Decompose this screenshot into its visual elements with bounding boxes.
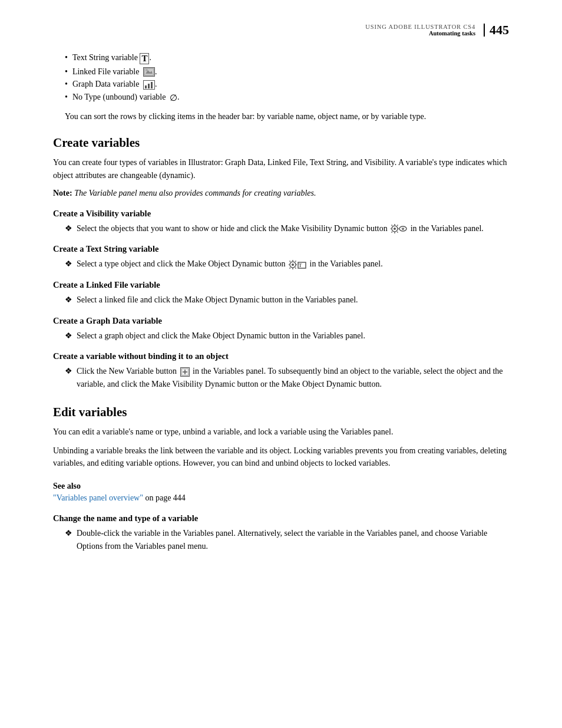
list-item: • Text String variable T. [65, 53, 509, 64]
svg-point-2 [146, 69, 148, 71]
svg-rect-3 [145, 85, 147, 88]
change-name-title: Change the name and type of a variable [53, 513, 509, 523]
svg-rect-4 [148, 84, 150, 88]
svg-line-26 [295, 268, 296, 268]
edit-variables-para1: You can edit a variable's name or type, … [53, 426, 509, 439]
variables-panel-overview-link[interactable]: "Variables panel overview" [53, 493, 143, 502]
make-object-dynamic-icon: T [289, 260, 306, 269]
svg-line-13 [397, 232, 398, 233]
create-variables-section: Create variables You can create four typ… [53, 136, 509, 391]
edit-variables-title: Edit variables [53, 405, 509, 420]
no-binding-variable-title: Create a variable without binding it to … [53, 351, 509, 361]
svg-point-7 [394, 228, 396, 230]
diamond-text: Double-click the variable in the Variabl… [77, 527, 509, 552]
list-item: • No Type (unbound) variable ∅. [65, 93, 509, 103]
bullet-text: Text String variable T. [72, 53, 151, 64]
header-app-name: USING ADOBE ILLUSTRATOR CS4 [365, 24, 475, 30]
diamond-icon: ❖ [65, 330, 72, 342]
visibility-icon [391, 224, 407, 233]
change-name-bullet: ❖ Double-click the variable in the Varia… [65, 527, 509, 552]
graph-data-variable-bullet: ❖ Select a graph object and click the Ma… [65, 330, 509, 342]
diamond-text: Select a type object and click the Make … [77, 258, 509, 271]
svg-line-12 [392, 225, 392, 226]
bullet-text: Linked File variable . [72, 67, 157, 77]
see-also-suffix: on page 444 [143, 493, 186, 502]
svg-point-18 [402, 228, 404, 229]
linked-file-icon [143, 67, 155, 77]
graph-data-variable-title: Create a Graph Data variable [53, 316, 509, 326]
diamond-icon: ❖ [65, 294, 72, 307]
bullet-dot: • [65, 67, 68, 77]
text-variable-icon: T [140, 53, 149, 64]
diamond-icon: ❖ [65, 222, 72, 235]
bullet-text: Graph Data variable . [72, 80, 157, 90]
new-variable-icon [180, 367, 190, 377]
header-text-block: USING ADOBE ILLUSTRATOR CS4 Automating t… [365, 24, 475, 37]
create-variables-intro: You can create four types of variables i… [53, 156, 509, 182]
diamond-text: Click the New Variable button in the Var… [77, 365, 509, 390]
bullet-dot: • [65, 53, 68, 62]
bullet-dot: • [65, 93, 68, 102]
no-type-icon: ∅ [170, 93, 177, 103]
linked-file-variable-bullet: ❖ Select a linked file and click the Mak… [65, 294, 509, 307]
sort-note: You can sort the rows by clicking items … [65, 110, 509, 123]
graph-data-icon [143, 80, 155, 90]
diamond-icon: ❖ [65, 365, 72, 378]
edit-variables-section: Edit variables You can edit a variable's… [53, 405, 509, 553]
svg-line-14 [392, 232, 392, 233]
bullet-text: No Type (unbound) variable ∅. [72, 93, 180, 103]
page-number: 445 [484, 24, 509, 37]
edit-variables-para2: Unbinding a variable breaks the link bet… [53, 444, 509, 470]
create-variables-title: Create variables [53, 136, 509, 150]
diamond-icon: ❖ [65, 527, 72, 540]
svg-line-27 [290, 268, 290, 268]
page-header: USING ADOBE ILLUSTRATOR CS4 Automating t… [53, 24, 509, 37]
page: USING ADOBE ILLUSTRATOR CS4 Automating t… [0, 0, 562, 728]
svg-point-20 [292, 263, 294, 266]
svg-text:T: T [299, 263, 302, 268]
variable-types-list: • Text String variable T. • Linked File … [65, 53, 509, 103]
list-item: • Linked File variable . [65, 67, 509, 77]
svg-rect-5 [151, 82, 153, 88]
text-string-variable-title: Create a Text String variable [53, 244, 509, 254]
header-section-name: Automating tasks [365, 30, 475, 37]
diamond-text: Select the objects that you want to show… [77, 222, 509, 235]
see-also-content: "Variables panel overview" on page 444 [53, 493, 509, 503]
list-item: • Graph Data variable . [65, 80, 509, 90]
note-body: The Variable panel menu also provides co… [74, 189, 316, 197]
diamond-text: Select a graph object and click the Make… [77, 330, 509, 342]
diamond-text: Select a linked file and click the Make … [77, 294, 509, 307]
visibility-variable-title: Create a Visibility variable [53, 209, 509, 219]
svg-line-25 [290, 261, 290, 262]
linked-file-variable-title: Create a Linked File variable [53, 280, 509, 290]
svg-line-28 [295, 261, 296, 262]
see-also-title: See also [53, 482, 509, 491]
text-string-variable-bullet: ❖ Select a type object and click the Mak… [65, 258, 509, 271]
visibility-variable-bullet: ❖ Select the objects that you want to sh… [65, 222, 509, 235]
note-label: Note: [53, 189, 72, 197]
diamond-icon: ❖ [65, 258, 72, 271]
no-binding-variable-bullet: ❖ Click the New Variable button in the V… [65, 365, 509, 390]
svg-line-15 [397, 225, 398, 226]
bullet-dot: • [65, 80, 68, 89]
create-variables-note: Note: The Variable panel menu also provi… [53, 187, 509, 199]
